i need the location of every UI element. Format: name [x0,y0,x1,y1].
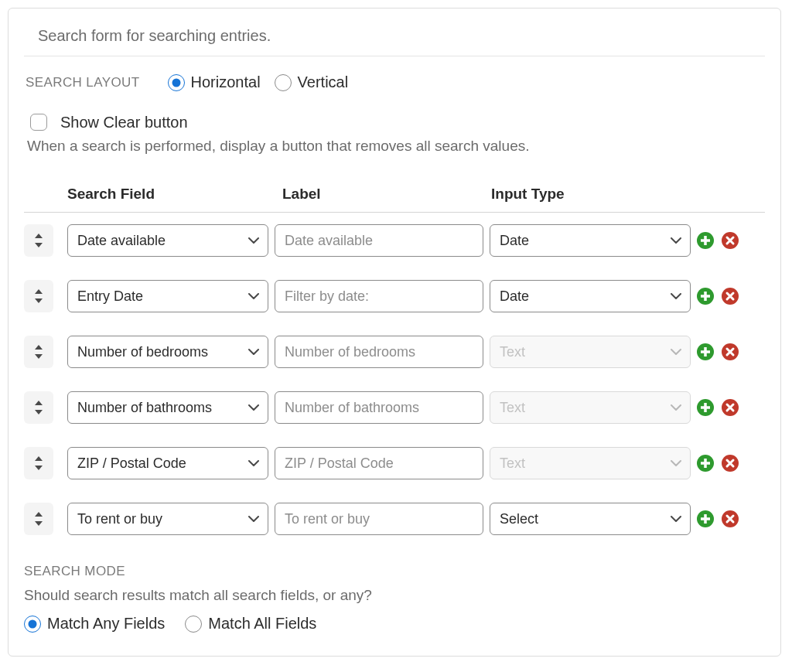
search-mode-title: SEARCH MODE [24,564,765,579]
layout-vertical-radio[interactable] [275,74,292,91]
table-row: To rent or buySelect [24,491,765,547]
search-layout-row: SEARCH LAYOUT Horizontal Vertical [24,73,765,91]
label-input[interactable] [275,391,483,424]
layout-vertical-option[interactable]: Vertical [275,73,349,91]
label-input[interactable] [275,224,483,257]
table-row: Number of bathroomsText [24,380,765,435]
search-intro: Search form for searching entries. [24,27,765,56]
drag-handle[interactable] [24,447,53,479]
x-circle-icon [722,232,739,249]
mode-all-option[interactable]: Match All Fields [185,615,316,633]
x-circle-icon [722,399,739,416]
row-actions [697,399,766,416]
sort-icon [34,234,43,247]
table-row: Date availableDate [24,213,765,268]
header-search-field: Search Field [67,186,268,203]
mode-all-label: Match All Fields [208,615,316,633]
input-type-select: Text [490,336,691,368]
sort-icon [34,456,43,470]
x-circle-icon [722,455,739,472]
search-mode-options: Match Any Fields Match All Fields [24,615,765,633]
add-row-button[interactable] [697,399,714,416]
search-field-select[interactable]: Number of bathrooms [67,391,268,424]
drag-handle[interactable] [24,391,53,424]
mode-any-option[interactable]: Match Any Fields [24,615,165,633]
input-type-select[interactable]: Date [490,280,691,312]
table-row: ZIP / Postal CodeText [24,435,765,491]
row-actions [697,510,766,527]
drag-handle[interactable] [24,503,53,535]
label-input[interactable] [275,447,483,479]
plus-circle-icon [697,343,714,360]
search-field-select[interactable]: Number of bedrooms [67,336,268,368]
add-row-button[interactable] [697,232,714,249]
input-type-select[interactable]: Date [490,224,691,257]
table-row: Number of bedroomsText [24,324,765,380]
sort-icon [34,512,43,526]
show-clear-checkbox[interactable] [30,114,47,131]
add-row-button[interactable] [697,288,714,305]
drag-handle[interactable] [24,224,53,257]
plus-circle-icon [697,455,714,472]
layout-horizontal-label: Horizontal [191,73,261,91]
search-mode-help: Should search results match all search f… [24,587,765,604]
sort-icon [34,401,43,414]
label-input[interactable] [275,503,483,535]
sort-icon [34,345,43,359]
drag-handle[interactable] [24,280,53,312]
search-settings-panel: Search form for searching entries. SEARC… [8,8,781,657]
remove-row-button[interactable] [722,288,739,305]
x-circle-icon [722,343,739,360]
table-header: Search Field Label Input Type [24,186,765,213]
show-clear-label: Show Clear button [60,114,188,131]
layout-horizontal-option[interactable]: Horizontal [168,73,261,91]
mode-all-radio[interactable] [185,616,202,633]
add-row-button[interactable] [697,343,714,360]
remove-row-button[interactable] [722,455,739,472]
search-layout-title: SEARCH LAYOUT [26,75,140,90]
show-clear-help: When a search is performed, display a bu… [27,138,765,155]
x-circle-icon [722,510,739,527]
plus-circle-icon [697,399,714,416]
mode-any-radio[interactable] [24,616,41,633]
search-field-select[interactable]: To rent or buy [67,503,268,535]
drag-handle[interactable] [24,336,53,368]
search-field-select[interactable]: Entry Date [67,280,268,312]
remove-row-button[interactable] [722,510,739,527]
plus-circle-icon [697,510,714,527]
layout-vertical-label: Vertical [298,73,349,91]
header-input-type: Input Type [490,186,691,203]
row-actions [697,455,766,472]
remove-row-button[interactable] [722,343,739,360]
remove-row-button[interactable] [722,232,739,249]
plus-circle-icon [697,288,714,305]
plus-circle-icon [697,232,714,249]
header-label: Label [275,186,483,203]
x-circle-icon [722,288,739,305]
mode-any-label: Match Any Fields [47,615,165,633]
input-type-select: Text [490,391,691,424]
search-field-select[interactable]: ZIP / Postal Code [67,447,268,479]
add-row-button[interactable] [697,510,714,527]
show-clear-option[interactable]: Show Clear button [27,111,765,133]
clear-button-block: Show Clear button When a search is perfo… [24,111,765,155]
sort-icon [34,289,43,303]
row-actions [697,232,766,249]
search-field-select[interactable]: Date available [67,224,268,257]
add-row-button[interactable] [697,455,714,472]
label-input[interactable] [275,280,483,312]
table-row: Entry DateDate [24,268,765,324]
search-fields-table: Search Field Label Input Type Date avail… [24,186,765,547]
row-actions [697,288,766,305]
input-type-select[interactable]: Select [490,503,691,535]
row-actions [697,343,766,360]
remove-row-button[interactable] [722,399,739,416]
label-input[interactable] [275,336,483,368]
input-type-select: Text [490,447,691,479]
layout-horizontal-radio[interactable] [168,74,185,91]
search-mode-block: SEARCH MODE Should search results match … [24,564,765,633]
